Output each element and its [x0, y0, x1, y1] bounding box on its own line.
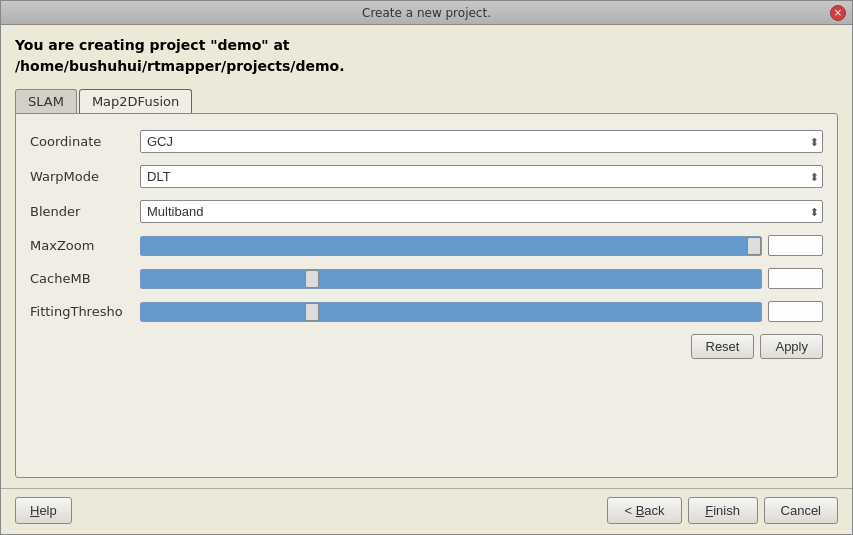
coordinate-label: Coordinate: [30, 134, 140, 149]
blender-label: Blender: [30, 204, 140, 219]
cachemb-row: CacheMB 000 MB: [30, 268, 823, 289]
inner-buttons: Reset Apply: [30, 334, 823, 359]
warpmode-control: DLT Affine None ⬍: [140, 165, 823, 188]
fittingthresho-row: FittingThresho 10 m: [30, 301, 823, 322]
reset-button[interactable]: Reset: [691, 334, 755, 359]
close-button[interactable]: ×: [830, 5, 846, 21]
coordinate-select-wrapper: GCJ WGS84 None ⬍: [140, 130, 823, 153]
tabs-container: SLAM Map2DFusion Coordinate GCJ WGS84 No…: [15, 89, 838, 478]
tab-content: Coordinate GCJ WGS84 None ⬍: [15, 113, 838, 478]
fittingthresho-slider[interactable]: [140, 302, 762, 322]
warpmode-select[interactable]: DLT Affine None: [140, 165, 823, 188]
cachemb-value[interactable]: 000 MB: [768, 268, 823, 289]
dialog-body: You are creating project "demo" at /home…: [1, 25, 852, 488]
footer-button-group: < Back Finish Cancel: [607, 497, 838, 524]
maxzoom-control: 21: [140, 235, 823, 256]
dialog: Create a new project. × You are creating…: [0, 0, 853, 535]
fittingthresho-control: 10 m: [140, 301, 823, 322]
blender-control: Multiband Feather None ⬍: [140, 200, 823, 223]
fittingthresho-value[interactable]: 10 m: [768, 301, 823, 322]
cachemb-control: 000 MB: [140, 268, 823, 289]
tab-map2dfusion[interactable]: Map2DFusion: [79, 89, 192, 113]
coordinate-select[interactable]: GCJ WGS84 None: [140, 130, 823, 153]
apply-button[interactable]: Apply: [760, 334, 823, 359]
blender-select[interactable]: Multiband Feather None: [140, 200, 823, 223]
project-info: You are creating project "demo" at /home…: [15, 35, 838, 77]
maxzoom-value[interactable]: 21: [768, 235, 823, 256]
coordinate-row: Coordinate GCJ WGS84 None ⬍: [30, 130, 823, 153]
dialog-footer: Help < Back Finish Cancel: [1, 488, 852, 534]
cancel-button[interactable]: Cancel: [764, 497, 838, 524]
fittingthresho-slider-row: 10 m: [140, 301, 823, 322]
warpmode-row: WarpMode DLT Affine None ⬍: [30, 165, 823, 188]
back-button[interactable]: < Back: [607, 497, 681, 524]
help-button[interactable]: Help: [15, 497, 72, 524]
tab-bar: SLAM Map2DFusion: [15, 89, 838, 113]
cachemb-slider-row: 000 MB: [140, 268, 823, 289]
coordinate-control: GCJ WGS84 None ⬍: [140, 130, 823, 153]
title-bar: Create a new project. ×: [1, 1, 852, 25]
blender-row: Blender Multiband Feather None ⬍: [30, 200, 823, 223]
title-bar-text: Create a new project.: [23, 6, 830, 20]
maxzoom-slider[interactable]: [140, 236, 762, 256]
fittingthresho-label: FittingThresho: [30, 304, 140, 319]
maxzoom-slider-row: 21: [140, 235, 823, 256]
maxzoom-row: MaxZoom 21: [30, 235, 823, 256]
maxzoom-label: MaxZoom: [30, 238, 140, 253]
warpmode-select-wrapper: DLT Affine None ⬍: [140, 165, 823, 188]
tab-slam[interactable]: SLAM: [15, 89, 77, 113]
cachemb-label: CacheMB: [30, 271, 140, 286]
cachemb-slider[interactable]: [140, 269, 762, 289]
blender-select-wrapper: Multiband Feather None ⬍: [140, 200, 823, 223]
warpmode-label: WarpMode: [30, 169, 140, 184]
finish-button[interactable]: Finish: [688, 497, 758, 524]
